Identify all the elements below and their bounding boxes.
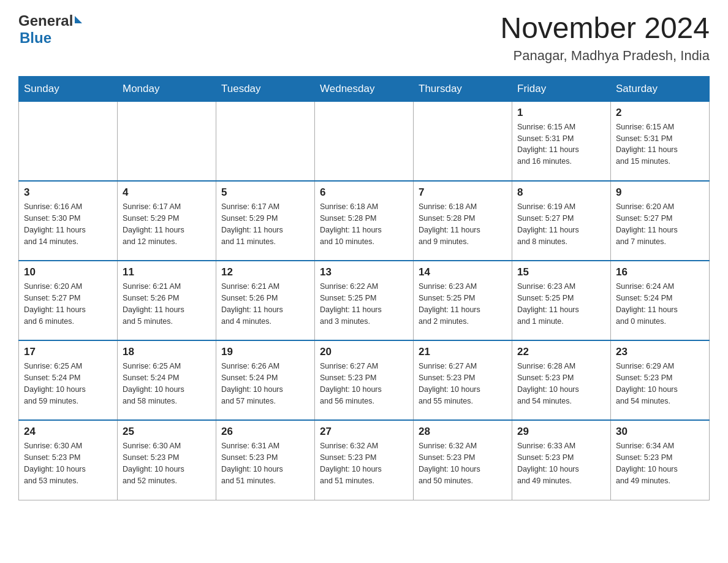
day-info: Sunrise: 6:25 AMSunset: 5:24 PMDaylight:…	[24, 361, 112, 407]
day-number: 17	[24, 346, 112, 358]
day-info: Sunrise: 6:23 AMSunset: 5:25 PMDaylight:…	[419, 281, 507, 327]
col-monday: Monday	[118, 76, 216, 101]
table-row: 12Sunrise: 6:21 AMSunset: 5:26 PMDayligh…	[216, 261, 315, 340]
day-number: 22	[517, 346, 605, 358]
page-header: General Blue November 2024 Panagar, Madh…	[18, 12, 710, 64]
title-section: November 2024 Panagar, Madhya Pradesh, I…	[500, 12, 710, 64]
table-row: 1Sunrise: 6:15 AMSunset: 5:31 PMDaylight…	[512, 101, 611, 181]
calendar-title: November 2024	[500, 12, 710, 45]
day-number: 4	[123, 186, 211, 199]
day-number: 13	[320, 266, 408, 278]
table-row: 14Sunrise: 6:23 AMSunset: 5:25 PMDayligh…	[414, 261, 512, 340]
day-number: 30	[616, 426, 704, 438]
col-tuesday: Tuesday	[216, 76, 315, 101]
col-saturday: Saturday	[611, 76, 710, 101]
calendar-week-row: 17Sunrise: 6:25 AMSunset: 5:24 PMDayligh…	[19, 340, 710, 420]
day-info: Sunrise: 6:28 AMSunset: 5:23 PMDaylight:…	[517, 361, 605, 407]
calendar-week-row: 1Sunrise: 6:15 AMSunset: 5:31 PMDaylight…	[19, 101, 710, 181]
calendar-subtitle: Panagar, Madhya Pradesh, India	[500, 48, 710, 64]
day-number: 15	[517, 266, 605, 278]
logo: General Blue	[18, 12, 82, 47]
day-number: 6	[320, 186, 408, 199]
table-row: 25Sunrise: 6:30 AMSunset: 5:23 PMDayligh…	[118, 420, 216, 500]
table-row	[216, 101, 315, 181]
calendar-header-row: Sunday Monday Tuesday Wednesday Thursday…	[19, 76, 710, 101]
day-info: Sunrise: 6:22 AMSunset: 5:25 PMDaylight:…	[320, 281, 408, 327]
day-number: 27	[320, 426, 408, 438]
table-row	[414, 101, 512, 181]
logo-triangle-icon	[75, 16, 82, 23]
day-info: Sunrise: 6:29 AMSunset: 5:23 PMDaylight:…	[616, 361, 704, 407]
day-number: 21	[419, 346, 507, 358]
table-row: 9Sunrise: 6:20 AMSunset: 5:27 PMDaylight…	[611, 181, 710, 261]
table-row: 5Sunrise: 6:17 AMSunset: 5:29 PMDaylight…	[216, 181, 315, 261]
table-row: 3Sunrise: 6:16 AMSunset: 5:30 PMDaylight…	[19, 181, 118, 261]
day-number: 8	[517, 186, 605, 199]
day-number: 11	[123, 266, 211, 278]
logo-general-text: General	[18, 12, 73, 29]
table-row: 23Sunrise: 6:29 AMSunset: 5:23 PMDayligh…	[611, 340, 710, 420]
day-info: Sunrise: 6:15 AMSunset: 5:31 PMDaylight:…	[616, 121, 704, 167]
day-info: Sunrise: 6:25 AMSunset: 5:24 PMDaylight:…	[123, 361, 211, 407]
day-info: Sunrise: 6:31 AMSunset: 5:23 PMDaylight:…	[221, 440, 309, 486]
day-number: 28	[419, 426, 507, 438]
logo-line1: General	[18, 12, 82, 29]
day-number: 18	[123, 346, 211, 358]
day-info: Sunrise: 6:18 AMSunset: 5:28 PMDaylight:…	[320, 201, 408, 247]
day-info: Sunrise: 6:33 AMSunset: 5:23 PMDaylight:…	[517, 440, 605, 486]
col-thursday: Thursday	[414, 76, 512, 101]
table-row: 2Sunrise: 6:15 AMSunset: 5:31 PMDaylight…	[611, 101, 710, 181]
day-info: Sunrise: 6:30 AMSunset: 5:23 PMDaylight:…	[24, 440, 112, 486]
table-row: 17Sunrise: 6:25 AMSunset: 5:24 PMDayligh…	[19, 340, 118, 420]
day-number: 9	[616, 186, 704, 199]
day-number: 20	[320, 346, 408, 358]
day-info: Sunrise: 6:34 AMSunset: 5:23 PMDaylight:…	[616, 440, 704, 486]
table-row: 30Sunrise: 6:34 AMSunset: 5:23 PMDayligh…	[611, 420, 710, 500]
table-row: 8Sunrise: 6:19 AMSunset: 5:27 PMDaylight…	[512, 181, 611, 261]
day-number: 3	[24, 186, 112, 199]
day-info: Sunrise: 6:23 AMSunset: 5:25 PMDaylight:…	[517, 281, 605, 327]
table-row: 19Sunrise: 6:26 AMSunset: 5:24 PMDayligh…	[216, 340, 315, 420]
table-row: 10Sunrise: 6:20 AMSunset: 5:27 PMDayligh…	[19, 261, 118, 340]
day-info: Sunrise: 6:32 AMSunset: 5:23 PMDaylight:…	[320, 440, 408, 486]
logo-blue-text: Blue	[20, 29, 51, 47]
day-number: 7	[419, 186, 507, 199]
day-number: 16	[616, 266, 704, 278]
calendar-week-row: 3Sunrise: 6:16 AMSunset: 5:30 PMDaylight…	[19, 181, 710, 261]
table-row: 4Sunrise: 6:17 AMSunset: 5:29 PMDaylight…	[118, 181, 216, 261]
day-info: Sunrise: 6:19 AMSunset: 5:27 PMDaylight:…	[517, 201, 605, 247]
table-row: 22Sunrise: 6:28 AMSunset: 5:23 PMDayligh…	[512, 340, 611, 420]
day-number: 19	[221, 346, 309, 358]
day-info: Sunrise: 6:21 AMSunset: 5:26 PMDaylight:…	[221, 281, 309, 327]
day-number: 2	[616, 107, 704, 119]
calendar-week-row: 24Sunrise: 6:30 AMSunset: 5:23 PMDayligh…	[19, 420, 710, 500]
day-info: Sunrise: 6:16 AMSunset: 5:30 PMDaylight:…	[24, 201, 112, 247]
calendar-week-row: 10Sunrise: 6:20 AMSunset: 5:27 PMDayligh…	[19, 261, 710, 340]
table-row: 26Sunrise: 6:31 AMSunset: 5:23 PMDayligh…	[216, 420, 315, 500]
day-number: 26	[221, 426, 309, 438]
table-row: 29Sunrise: 6:33 AMSunset: 5:23 PMDayligh…	[512, 420, 611, 500]
col-wednesday: Wednesday	[315, 76, 414, 101]
day-info: Sunrise: 6:24 AMSunset: 5:24 PMDaylight:…	[616, 281, 704, 327]
table-row: 13Sunrise: 6:22 AMSunset: 5:25 PMDayligh…	[315, 261, 414, 340]
day-info: Sunrise: 6:21 AMSunset: 5:26 PMDaylight:…	[123, 281, 211, 327]
day-number: 5	[221, 186, 309, 199]
table-row: 20Sunrise: 6:27 AMSunset: 5:23 PMDayligh…	[315, 340, 414, 420]
table-row	[19, 101, 118, 181]
day-info: Sunrise: 6:20 AMSunset: 5:27 PMDaylight:…	[24, 281, 112, 327]
day-info: Sunrise: 6:30 AMSunset: 5:23 PMDaylight:…	[123, 440, 211, 486]
day-info: Sunrise: 6:32 AMSunset: 5:23 PMDaylight:…	[419, 440, 507, 486]
table-row: 18Sunrise: 6:25 AMSunset: 5:24 PMDayligh…	[118, 340, 216, 420]
col-sunday: Sunday	[19, 76, 118, 101]
table-row	[118, 101, 216, 181]
table-row: 28Sunrise: 6:32 AMSunset: 5:23 PMDayligh…	[414, 420, 512, 500]
table-row: 16Sunrise: 6:24 AMSunset: 5:24 PMDayligh…	[611, 261, 710, 340]
day-number: 1	[517, 107, 605, 119]
day-number: 25	[123, 426, 211, 438]
table-row: 21Sunrise: 6:27 AMSunset: 5:23 PMDayligh…	[414, 340, 512, 420]
table-row: 24Sunrise: 6:30 AMSunset: 5:23 PMDayligh…	[19, 420, 118, 500]
table-row: 15Sunrise: 6:23 AMSunset: 5:25 PMDayligh…	[512, 261, 611, 340]
day-info: Sunrise: 6:18 AMSunset: 5:28 PMDaylight:…	[419, 201, 507, 247]
day-number: 10	[24, 266, 112, 278]
day-info: Sunrise: 6:17 AMSunset: 5:29 PMDaylight:…	[123, 201, 211, 247]
